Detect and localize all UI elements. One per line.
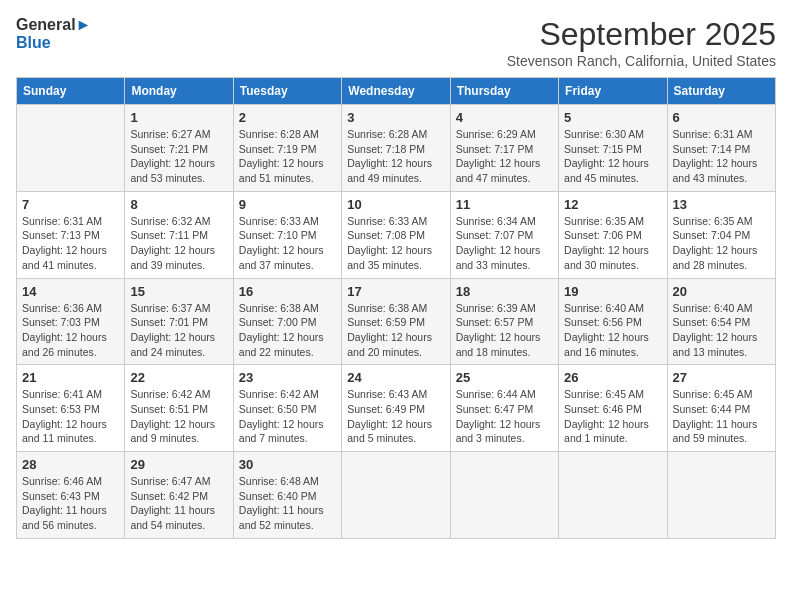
day-info: Sunrise: 6:34 AMSunset: 7:07 PMDaylight:…	[456, 215, 541, 271]
day-number: 16	[239, 284, 336, 299]
day-info: Sunrise: 6:32 AMSunset: 7:11 PMDaylight:…	[130, 215, 215, 271]
calendar-cell: 16Sunrise: 6:38 AMSunset: 7:00 PMDayligh…	[233, 278, 341, 365]
day-info: Sunrise: 6:30 AMSunset: 7:15 PMDaylight:…	[564, 128, 649, 184]
calendar-week-row: 14Sunrise: 6:36 AMSunset: 7:03 PMDayligh…	[17, 278, 776, 365]
calendar-week-row: 21Sunrise: 6:41 AMSunset: 6:53 PMDayligh…	[17, 365, 776, 452]
weekday-header: Sunday	[17, 78, 125, 105]
calendar-cell: 19Sunrise: 6:40 AMSunset: 6:56 PMDayligh…	[559, 278, 667, 365]
day-info: Sunrise: 6:37 AMSunset: 7:01 PMDaylight:…	[130, 302, 215, 358]
day-info: Sunrise: 6:33 AMSunset: 7:08 PMDaylight:…	[347, 215, 432, 271]
day-info: Sunrise: 6:44 AMSunset: 6:47 PMDaylight:…	[456, 388, 541, 444]
calendar-cell	[17, 105, 125, 192]
day-info: Sunrise: 6:39 AMSunset: 6:57 PMDaylight:…	[456, 302, 541, 358]
day-number: 28	[22, 457, 119, 472]
day-info: Sunrise: 6:45 AMSunset: 6:44 PMDaylight:…	[673, 388, 758, 444]
day-info: Sunrise: 6:38 AMSunset: 7:00 PMDaylight:…	[239, 302, 324, 358]
calendar-cell: 2Sunrise: 6:28 AMSunset: 7:19 PMDaylight…	[233, 105, 341, 192]
day-info: Sunrise: 6:36 AMSunset: 7:03 PMDaylight:…	[22, 302, 107, 358]
day-info: Sunrise: 6:43 AMSunset: 6:49 PMDaylight:…	[347, 388, 432, 444]
location-title: Stevenson Ranch, California, United Stat…	[507, 53, 776, 69]
logo: General► Blue	[16, 16, 91, 51]
calendar-cell	[450, 452, 558, 539]
day-info: Sunrise: 6:33 AMSunset: 7:10 PMDaylight:…	[239, 215, 324, 271]
day-number: 10	[347, 197, 444, 212]
calendar-cell: 22Sunrise: 6:42 AMSunset: 6:51 PMDayligh…	[125, 365, 233, 452]
day-number: 22	[130, 370, 227, 385]
calendar-cell: 20Sunrise: 6:40 AMSunset: 6:54 PMDayligh…	[667, 278, 775, 365]
day-number: 21	[22, 370, 119, 385]
day-number: 4	[456, 110, 553, 125]
day-info: Sunrise: 6:40 AMSunset: 6:54 PMDaylight:…	[673, 302, 758, 358]
day-info: Sunrise: 6:31 AMSunset: 7:14 PMDaylight:…	[673, 128, 758, 184]
day-number: 17	[347, 284, 444, 299]
calendar-cell: 6Sunrise: 6:31 AMSunset: 7:14 PMDaylight…	[667, 105, 775, 192]
calendar-cell: 9Sunrise: 6:33 AMSunset: 7:10 PMDaylight…	[233, 191, 341, 278]
day-number: 1	[130, 110, 227, 125]
calendar-cell: 10Sunrise: 6:33 AMSunset: 7:08 PMDayligh…	[342, 191, 450, 278]
day-info: Sunrise: 6:42 AMSunset: 6:50 PMDaylight:…	[239, 388, 324, 444]
calendar-week-row: 7Sunrise: 6:31 AMSunset: 7:13 PMDaylight…	[17, 191, 776, 278]
calendar-cell	[342, 452, 450, 539]
day-number: 15	[130, 284, 227, 299]
title-area: September 2025 Stevenson Ranch, Californ…	[507, 16, 776, 69]
day-info: Sunrise: 6:27 AMSunset: 7:21 PMDaylight:…	[130, 128, 215, 184]
day-number: 3	[347, 110, 444, 125]
day-number: 7	[22, 197, 119, 212]
calendar-cell: 11Sunrise: 6:34 AMSunset: 7:07 PMDayligh…	[450, 191, 558, 278]
calendar-week-row: 28Sunrise: 6:46 AMSunset: 6:43 PMDayligh…	[17, 452, 776, 539]
day-info: Sunrise: 6:35 AMSunset: 7:04 PMDaylight:…	[673, 215, 758, 271]
day-number: 25	[456, 370, 553, 385]
calendar-cell: 24Sunrise: 6:43 AMSunset: 6:49 PMDayligh…	[342, 365, 450, 452]
weekday-header: Monday	[125, 78, 233, 105]
day-info: Sunrise: 6:48 AMSunset: 6:40 PMDaylight:…	[239, 475, 324, 531]
calendar-cell: 8Sunrise: 6:32 AMSunset: 7:11 PMDaylight…	[125, 191, 233, 278]
calendar-cell: 27Sunrise: 6:45 AMSunset: 6:44 PMDayligh…	[667, 365, 775, 452]
day-info: Sunrise: 6:29 AMSunset: 7:17 PMDaylight:…	[456, 128, 541, 184]
day-number: 14	[22, 284, 119, 299]
day-info: Sunrise: 6:38 AMSunset: 6:59 PMDaylight:…	[347, 302, 432, 358]
logo-line2: Blue	[16, 34, 91, 52]
day-number: 30	[239, 457, 336, 472]
weekday-header: Wednesday	[342, 78, 450, 105]
calendar-table: SundayMondayTuesdayWednesdayThursdayFrid…	[16, 77, 776, 539]
logo-line1: General►	[16, 16, 91, 34]
calendar-cell: 4Sunrise: 6:29 AMSunset: 7:17 PMDaylight…	[450, 105, 558, 192]
day-number: 27	[673, 370, 770, 385]
calendar-cell: 26Sunrise: 6:45 AMSunset: 6:46 PMDayligh…	[559, 365, 667, 452]
day-number: 6	[673, 110, 770, 125]
day-number: 8	[130, 197, 227, 212]
weekday-header-row: SundayMondayTuesdayWednesdayThursdayFrid…	[17, 78, 776, 105]
calendar-cell: 29Sunrise: 6:47 AMSunset: 6:42 PMDayligh…	[125, 452, 233, 539]
calendar-cell: 23Sunrise: 6:42 AMSunset: 6:50 PMDayligh…	[233, 365, 341, 452]
calendar-cell: 5Sunrise: 6:30 AMSunset: 7:15 PMDaylight…	[559, 105, 667, 192]
day-info: Sunrise: 6:31 AMSunset: 7:13 PMDaylight:…	[22, 215, 107, 271]
day-info: Sunrise: 6:35 AMSunset: 7:06 PMDaylight:…	[564, 215, 649, 271]
day-info: Sunrise: 6:47 AMSunset: 6:42 PMDaylight:…	[130, 475, 215, 531]
day-number: 12	[564, 197, 661, 212]
day-info: Sunrise: 6:45 AMSunset: 6:46 PMDaylight:…	[564, 388, 649, 444]
day-number: 23	[239, 370, 336, 385]
day-number: 2	[239, 110, 336, 125]
weekday-header: Saturday	[667, 78, 775, 105]
day-number: 19	[564, 284, 661, 299]
calendar-cell: 12Sunrise: 6:35 AMSunset: 7:06 PMDayligh…	[559, 191, 667, 278]
day-number: 20	[673, 284, 770, 299]
day-number: 11	[456, 197, 553, 212]
header: General► Blue September 2025 Stevenson R…	[16, 16, 776, 69]
day-info: Sunrise: 6:46 AMSunset: 6:43 PMDaylight:…	[22, 475, 107, 531]
day-info: Sunrise: 6:42 AMSunset: 6:51 PMDaylight:…	[130, 388, 215, 444]
day-info: Sunrise: 6:40 AMSunset: 6:56 PMDaylight:…	[564, 302, 649, 358]
calendar-cell: 13Sunrise: 6:35 AMSunset: 7:04 PMDayligh…	[667, 191, 775, 278]
weekday-header: Thursday	[450, 78, 558, 105]
month-title: September 2025	[507, 16, 776, 53]
day-info: Sunrise: 6:28 AMSunset: 7:18 PMDaylight:…	[347, 128, 432, 184]
calendar-cell: 21Sunrise: 6:41 AMSunset: 6:53 PMDayligh…	[17, 365, 125, 452]
calendar-cell: 7Sunrise: 6:31 AMSunset: 7:13 PMDaylight…	[17, 191, 125, 278]
calendar-cell: 28Sunrise: 6:46 AMSunset: 6:43 PMDayligh…	[17, 452, 125, 539]
calendar-cell: 18Sunrise: 6:39 AMSunset: 6:57 PMDayligh…	[450, 278, 558, 365]
day-number: 13	[673, 197, 770, 212]
day-number: 24	[347, 370, 444, 385]
day-number: 18	[456, 284, 553, 299]
calendar-cell	[667, 452, 775, 539]
calendar-cell: 3Sunrise: 6:28 AMSunset: 7:18 PMDaylight…	[342, 105, 450, 192]
